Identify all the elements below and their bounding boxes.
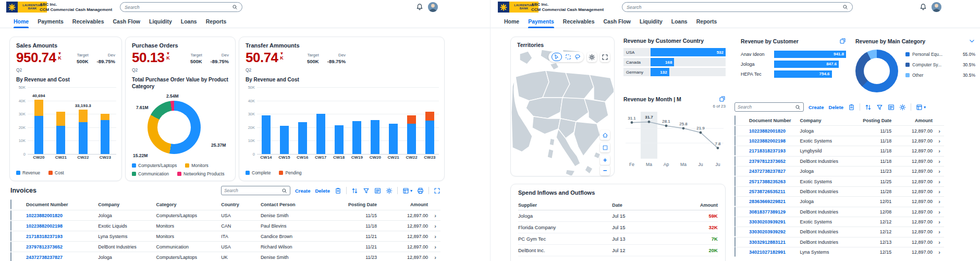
row-checkbox[interactable]	[734, 196, 736, 206]
tab-payments[interactable]: Payments	[528, 15, 554, 28]
row-chevron-icon[interactable]: ›	[935, 168, 944, 174]
table-row[interactable]: 23797812373652DelBont Industries11/1812,…	[734, 156, 944, 166]
table-row[interactable]: 24372738237827Jologa11/2312,897.00›	[734, 166, 944, 176]
tab-home[interactable]: Home	[14, 15, 29, 28]
tab-cash-flow[interactable]: Cash Flow	[604, 15, 631, 28]
row-chevron-icon[interactable]: ›	[430, 244, 440, 250]
document-number-link[interactable]: 10223882002198	[749, 138, 798, 144]
table-row[interactable]: 21718318237193Lyna SystemsMonitorsITACan…	[10, 231, 440, 241]
map-zoom-out-button[interactable]: −	[600, 165, 610, 175]
row-chevron-icon[interactable]: ›	[935, 229, 944, 235]
notifications-bell-icon[interactable]	[416, 3, 423, 10]
group-icon[interactable]	[888, 104, 895, 111]
select-all-checkbox[interactable]	[10, 199, 11, 209]
document-number-link[interactable]: 21718318237193	[26, 234, 96, 239]
group-icon[interactable]	[374, 187, 381, 194]
tab-loans[interactable]: Loans	[181, 15, 197, 28]
map-fullscreen-icon[interactable]	[600, 52, 610, 62]
tab-reports[interactable]: Reports	[696, 15, 717, 28]
document-number-link[interactable]: 33030203939291	[749, 219, 798, 224]
document-number-link[interactable]: 33032912883121	[749, 240, 798, 245]
tab-receivables[interactable]: Receivables	[563, 15, 595, 28]
table-row[interactable]: 10223882001820Jologa11/1512,897.00›	[734, 125, 944, 135]
table-row[interactable]: 10223882001820JologaComputers/LaptopsUSA…	[10, 210, 440, 220]
delete-button[interactable]: Delete	[315, 188, 330, 194]
row-checkbox[interactable]	[734, 207, 736, 217]
map-extent-button[interactable]	[600, 143, 610, 152]
row-checkbox[interactable]	[734, 166, 736, 176]
document-number-link[interactable]: 23797812373652	[26, 244, 96, 250]
open-chart-icon[interactable]	[839, 38, 846, 44]
row-checkbox[interactable]	[734, 217, 736, 227]
export-button[interactable]: ▾	[402, 187, 412, 194]
table-search-input[interactable]	[738, 104, 795, 110]
document-number-link[interactable]: 10223882002198	[26, 223, 96, 229]
document-number-link[interactable]: 10223882001820	[26, 213, 96, 218]
global-search[interactable]	[622, 2, 853, 12]
sort-icon[interactable]	[865, 104, 872, 111]
map-home-button[interactable]	[600, 130, 610, 140]
chevron-down-icon[interactable]	[969, 38, 975, 44]
row-checkbox[interactable]	[10, 242, 11, 252]
map-zoom-in-button[interactable]: +	[600, 155, 610, 165]
table-row[interactable]: 33032912883121DelBont Industries12/1312,…	[734, 237, 944, 247]
row-checkbox[interactable]	[10, 252, 11, 261]
row-chevron-icon[interactable]: ›	[935, 209, 944, 215]
fullscreen-icon[interactable]	[434, 187, 440, 194]
export-button[interactable]: ▾	[916, 104, 926, 111]
row-checkbox[interactable]	[734, 136, 736, 146]
map-pointer-tool-icon[interactable]	[552, 53, 562, 61]
row-chevron-icon[interactable]: ›	[430, 254, 440, 260]
table-row[interactable]: 10223882002198Exotic Systems11/1812,897.…	[734, 136, 944, 146]
search-icon[interactable]	[281, 188, 287, 194]
document-number-link[interactable]: 30818377389129	[749, 209, 798, 215]
table-row[interactable]: 34021027182991Lyna Systems12/1512,897.00…	[734, 247, 944, 257]
row-checkbox[interactable]	[10, 210, 11, 220]
tab-liquidity[interactable]: Liquidity	[149, 15, 172, 28]
tab-reports[interactable]: Reports	[206, 15, 227, 28]
document-number-link[interactable]: 25738726535211	[749, 189, 798, 194]
tab-receivables[interactable]: Receivables	[72, 15, 104, 28]
filter-icon[interactable]	[876, 104, 883, 111]
table-row[interactable]: 30818377389129DelBont Industries12/0812,…	[734, 207, 944, 217]
global-search-input[interactable]	[627, 5, 842, 10]
row-checkbox[interactable]	[734, 237, 736, 247]
document-number-link[interactable]: 34021027182991	[749, 250, 798, 255]
table-row[interactable]: 28363669229821Jologa12/0112,897.00›	[734, 196, 944, 206]
user-avatar[interactable]	[428, 2, 438, 12]
print-icon[interactable]	[417, 187, 424, 194]
open-chart-icon[interactable]	[719, 96, 726, 102]
delete-button[interactable]: Delete	[829, 104, 844, 110]
search-icon[interactable]	[795, 104, 801, 110]
row-checkbox[interactable]	[10, 231, 11, 241]
row-checkbox[interactable]	[734, 186, 736, 196]
tab-loans[interactable]: Loans	[671, 15, 688, 28]
tab-payments[interactable]: Payments	[38, 15, 64, 28]
notifications-bell-icon[interactable]	[920, 3, 927, 10]
map-rectangle-select-icon[interactable]	[565, 54, 571, 60]
table-search[interactable]	[734, 102, 804, 112]
sort-icon[interactable]	[351, 187, 358, 194]
table-search-input[interactable]	[224, 188, 281, 193]
row-chevron-icon[interactable]: ›	[935, 219, 944, 225]
row-chevron-icon[interactable]: ›	[935, 179, 944, 185]
row-checkbox[interactable]	[10, 221, 11, 231]
row-chevron-icon[interactable]: ›	[935, 128, 944, 134]
tab-home[interactable]: Home	[504, 15, 519, 28]
table-row[interactable]: 23797812373652DelBont IndustriesCommunic…	[10, 241, 440, 252]
table-row[interactable]: 25738726535211DelBont Industries11/2812,…	[734, 186, 944, 196]
select-all-checkbox[interactable]	[734, 115, 736, 125]
row-chevron-icon[interactable]: ›	[935, 198, 944, 205]
document-number-link[interactable]: 24372738237827	[26, 255, 96, 260]
table-row[interactable]: 21718318237193Lyngbysild11/1812,897.00›	[734, 146, 944, 156]
row-chevron-icon[interactable]: ›	[935, 249, 944, 255]
tab-cash-flow[interactable]: Cash Flow	[113, 15, 141, 28]
search-icon[interactable]	[232, 4, 238, 10]
paste-icon[interactable]	[335, 187, 341, 194]
document-number-link[interactable]: 28363669229821	[749, 199, 798, 204]
row-checkbox[interactable]	[734, 126, 736, 136]
document-number-link[interactable]: 10223882001820	[749, 128, 798, 134]
row-checkbox[interactable]	[734, 227, 736, 236]
table-row[interactable]: 24372738237827JologaComputers/LaptopsUKD…	[10, 252, 440, 261]
europe-map[interactable]	[511, 50, 614, 175]
